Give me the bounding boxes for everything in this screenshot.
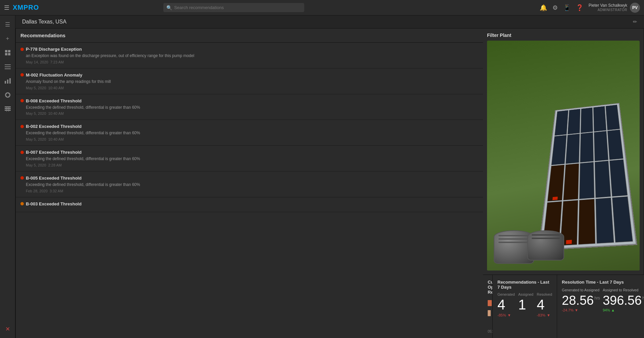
resolution-title: Resolution Time - Last 7 Days (562, 280, 644, 285)
rec-desc-2: Anomaly found on the amp readings for th… (26, 79, 478, 85)
rec-indicator-6 (20, 176, 24, 180)
res-label-2: Assigned to Resolved (603, 288, 644, 292)
bell-icon[interactable]: 🔔 (540, 4, 547, 11)
bar-track-low (488, 320, 493, 326)
res-subtext-1: -24.7% ▼ (562, 308, 600, 312)
res-trend-2: 94% (603, 308, 610, 312)
sidebar-item-list[interactable] (1, 60, 14, 73)
rec-meta-1: May 14, 2020 7:23 AM (26, 60, 478, 64)
content-area: Dallas Texas, USA ✏ Filter Plant Current… (15, 15, 644, 338)
rec-item-3[interactable]: B-008 Exceeded Threshold Exceeding the d… (16, 94, 483, 120)
recommendations-header: Recommendations (16, 29, 483, 43)
rec-indicator-3 (20, 99, 24, 102)
filter-plant-panel: Filter Plant Current Focus: AerationBasi… (483, 29, 644, 275)
generated-trend-value: -85% (497, 313, 506, 317)
bar-row-low: 0 (488, 320, 493, 327)
rec-indicator-2 (20, 73, 24, 77)
search-bar-container: 🔍 (163, 3, 304, 12)
res-trend-1: -24.7% (562, 308, 574, 312)
rec-meta-3: May 5, 2020 10:40 AM (26, 111, 478, 115)
svg-rect-1 (8, 50, 10, 52)
plant-3d-view: Current Focus: AerationBasin Line 1 Leve… (487, 41, 640, 271)
rec-last7-panel: Recommendations - Last 7 Days Generated … (493, 275, 557, 338)
nav-icons: 🔔 ⚙ 📱 ❓ Pieter Van Schalkwyk ADMINISTRAT… (540, 3, 640, 13)
rec-desc-3: Exceeding the defined threshold, differe… (26, 105, 478, 110)
rec-item-6-header: B-005 Exceeded Threshold (20, 176, 478, 181)
dashboard: Filter Plant Current Focus: AerationBasi… (15, 29, 644, 338)
bars-container: 9 7 (488, 298, 493, 328)
rec-item-1-header: P-778 Discharge Exception (20, 47, 478, 52)
page-header: Dallas Texas, USA ✏ (15, 15, 644, 29)
settings-icon[interactable]: ⚙ (552, 4, 558, 11)
res-num-1: 28.56 (562, 294, 594, 307)
metric-assigned-value: 1 (518, 298, 533, 312)
rec-meta-2: May 5, 2020 10:40 AM (26, 86, 478, 90)
sidebar-item-menu[interactable]: ☰ (1, 18, 14, 31)
rec-item-4[interactable]: B-002 Exceeded Threshold Exceeding the d… (16, 120, 483, 146)
svg-rect-9 (9, 78, 11, 84)
help-icon[interactable]: ❓ (576, 4, 583, 11)
rec-item-2-header: M-002 Fluctuation Anomaly (20, 73, 478, 78)
bar-row-high: 9 (488, 299, 493, 307)
sidebar-item-table[interactable] (1, 103, 14, 115)
rec-item-1[interactable]: P-778 Discharge Exception an Exception w… (16, 43, 483, 68)
device-icon[interactable]: 📱 (563, 4, 571, 11)
svg-rect-13 (5, 108, 11, 109)
rec-item-6[interactable]: B-005 Exceeded Threshold Exceeding the d… (16, 172, 483, 197)
svg-rect-2 (5, 53, 7, 55)
rec-title-4: B-002 Exceeded Threshold (26, 124, 82, 129)
rec-item-4-header: B-002 Exceeded Threshold (20, 124, 478, 129)
rec-item-3-header: B-008 Exceeded Threshold (20, 98, 478, 103)
rec-last7-title: Recommendations - Last 7 Days (497, 280, 552, 290)
metric-generated-value: 4 (497, 298, 515, 312)
rec-desc-4: Exceeding the defined threshold, differe… (26, 130, 478, 136)
rec-desc-5: Exceeding the defined threshold, differe… (26, 156, 478, 162)
search-icon: 🔍 (166, 5, 172, 10)
sidebar-item-link[interactable] (1, 89, 14, 101)
metric-generated: Generated 4 -85% ▼ (497, 292, 515, 317)
chart-axis: 0 5 10 15 20 (488, 330, 493, 333)
res-num-2: 396.56 (603, 294, 642, 307)
search-input[interactable] (163, 3, 304, 12)
sidebar: ☰ + ✕ (0, 15, 15, 338)
sidebar-item-chart[interactable] (1, 75, 14, 87)
rec-item-7-header: B-003 Exceeded Threshold (20, 201, 478, 206)
res-trend-arrow-1: ▼ (575, 308, 578, 312)
res-label-1: Generated to Assigned (562, 288, 600, 292)
resolved-trend-arrow: ▼ (547, 313, 550, 317)
res-value-2: 396.56hrs (603, 294, 644, 307)
resolution-panel: Resolution Time - Last 7 Days Generated … (557, 275, 644, 338)
user-name-block: Pieter Van Schalkwyk ADMINISTRATOR (589, 3, 627, 12)
rec-item-2[interactable]: M-002 Fluctuation Anomaly Anomaly found … (16, 68, 483, 94)
res-unit-2: hrs (642, 296, 644, 300)
rec-title-3: B-008 Exceeded Threshold (26, 98, 82, 103)
res-trend-arrow-2: ▲ (611, 308, 615, 312)
rec-meta-4: May 5, 2020 10:40 AM (26, 137, 478, 141)
hamburger-icon[interactable]: ☰ (4, 4, 9, 11)
rec-title-7: B-003 Exceeded Threshold (26, 201, 82, 206)
res-value-1: 28.56hrs (562, 294, 600, 307)
rec-item-5-header: B-007 Exceeded Threshold (20, 150, 478, 155)
top-nav: ☰ XMPRO 🔍 🔔 ⚙ 📱 ❓ Pieter Van Schalkwyk A… (0, 0, 644, 15)
rec-indicator-7 (20, 202, 24, 205)
svg-rect-4 (5, 64, 11, 65)
avatar: PV (630, 3, 640, 13)
sidebar-item-add[interactable]: + (1, 32, 14, 45)
edit-icon[interactable]: ✏ (633, 19, 637, 25)
logo-text: XMPRO (13, 4, 39, 11)
bar-track-medium (488, 310, 493, 316)
bottom-panels: Current Open Recommendations 9 (483, 275, 644, 338)
rec-item-7[interactable]: B-003 Exceeded Threshold (16, 197, 483, 212)
user-info[interactable]: Pieter Van Schalkwyk ADMINISTRATOR PV (589, 3, 640, 13)
metrics-row: Generated 4 -85% ▼ Assigned 1 (497, 292, 552, 317)
sidebar-item-grid[interactable] (1, 46, 14, 59)
svg-rect-6 (5, 68, 11, 69)
sidebar-item-close[interactable]: ✕ (1, 323, 14, 335)
bar-track-high (488, 300, 493, 306)
page-title: Dallas Texas, USA (22, 19, 66, 25)
rec-desc-6: Exceeding the defined threshold, differe… (26, 182, 478, 188)
rec-item-5[interactable]: B-007 Exceeded Threshold Exceeding the d… (16, 146, 483, 172)
rec-indicator-5 (20, 151, 24, 154)
filter-plant-title: Filter Plant (487, 33, 640, 38)
recommendations-list: P-778 Discharge Exception an Exception w… (16, 43, 483, 338)
